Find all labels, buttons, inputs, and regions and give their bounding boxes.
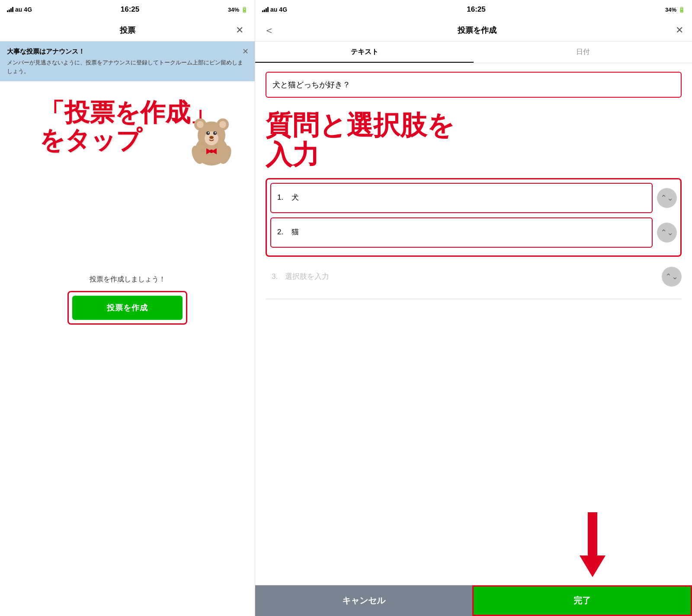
sort-icon-3: ⌃⌄: [665, 272, 678, 281]
option-3-input[interactable]: 3. 選択肢を入力: [266, 263, 657, 290]
create-vote-label: 投票を作成しましょう！: [90, 275, 166, 284]
network-label: 4G: [24, 6, 32, 13]
left-header: 投票 ✕: [0, 19, 255, 41]
option-row-2: 2. 猫 ⌃⌄: [270, 217, 677, 248]
option-2-input[interactable]: 2. 猫: [270, 217, 653, 248]
option-row-1: 1. 犬 ⌃⌄: [270, 183, 677, 213]
tab-text[interactable]: テキスト: [255, 41, 474, 63]
bear-svg: [186, 116, 237, 168]
svg-point-9: [208, 132, 209, 134]
question-section: 犬と猫どっちが好き？: [255, 63, 692, 102]
back-icon[interactable]: ＜: [264, 23, 274, 37]
tabs-row: テキスト 日付: [255, 41, 692, 63]
option-1-sort-button[interactable]: ⌃⌄: [657, 188, 677, 208]
sort-icon-2: ⌃⌄: [660, 228, 673, 237]
left-status-bar: au 4G 16:25 34% 🔋: [0, 0, 255, 19]
create-vote-section: 投票を作成しましょう！ 投票を作成: [67, 275, 187, 325]
option-1-input[interactable]: 1. 犬: [270, 183, 653, 213]
right-panel: au 4G 16:25 34% 🔋 ＜ 投票を作成 ✕ テキスト 日付 犬と猫ど…: [255, 0, 692, 616]
left-status-left: au 4G: [7, 6, 32, 13]
right-status-bar: au 4G 16:25 34% 🔋: [255, 0, 692, 19]
right-battery-percent: 34%: [665, 6, 676, 13]
right-close-icon[interactable]: ✕: [676, 25, 683, 36]
right-overlay-text: 質問と選択肢を 入力: [255, 102, 692, 174]
announcement-close-icon[interactable]: ✕: [242, 47, 249, 56]
create-vote-red-box: 投票を作成: [67, 291, 187, 325]
left-time: 16:25: [121, 5, 139, 14]
left-header-title: 投票: [120, 25, 135, 35]
right-time: 16:25: [467, 5, 485, 14]
right-header-title: 投票を作成: [279, 25, 676, 35]
option-row-3: 3. 選択肢を入力 ⌃⌄: [266, 263, 682, 290]
cancel-button[interactable]: キャンセル: [255, 585, 472, 616]
bottom-buttons: キャンセル 完了: [255, 585, 692, 616]
svg-point-14: [210, 150, 213, 153]
create-vote-button[interactable]: 投票を作成: [72, 296, 183, 320]
bear-mascot: [186, 116, 237, 168]
options-section: 1. 犬 ⌃⌄ 2. 猫 ⌃⌄: [255, 174, 692, 299]
divider: [266, 299, 682, 299]
red-arrow: [580, 512, 606, 577]
done-button[interactable]: 完了: [472, 585, 692, 616]
svg-point-11: [209, 136, 214, 139]
announcement-banner: 大事な投票はアナウンス！ メンバーが見逃さないように、投票をアナウンスに登録して…: [0, 41, 255, 81]
right-network-label: 4G: [279, 6, 287, 13]
option-2-sort-button[interactable]: ⌃⌄: [657, 223, 677, 243]
right-carrier-label: au: [270, 6, 277, 13]
battery-icon-left: 🔋: [241, 6, 248, 13]
battery-percent-left: 34%: [228, 6, 239, 13]
right-status-left: au 4G: [262, 6, 287, 13]
left-main-content: 「投票を作成」 をタップ: [0, 81, 255, 616]
sort-icon-1: ⌃⌄: [660, 193, 673, 203]
svg-point-5: [219, 121, 226, 128]
svg-point-4: [197, 121, 204, 128]
question-input[interactable]: 犬と猫どっちが好き？: [266, 72, 682, 98]
left-status-right: 34% 🔋: [228, 6, 248, 13]
tab-date[interactable]: 日付: [474, 41, 692, 63]
carrier-label: au: [15, 6, 22, 13]
right-status-right: 34% 🔋: [665, 6, 685, 13]
signal-icon: [7, 7, 13, 12]
options-red-box: 1. 犬 ⌃⌄ 2. 猫 ⌃⌄: [266, 178, 682, 257]
announcement-title: 大事な投票はアナウンス！: [7, 48, 248, 56]
left-close-icon[interactable]: ✕: [233, 25, 246, 36]
option-3-sort-button[interactable]: ⌃⌄: [662, 267, 682, 287]
left-panel: au 4G 16:25 34% 🔋 投票 ✕ 大事な投票はアナウンス！ メンバー…: [0, 0, 255, 616]
right-signal-icon: [262, 7, 269, 12]
right-battery-icon: 🔋: [678, 6, 685, 13]
announcement-body: メンバーが見逃さないように、投票をアナウンスに登録してトークルーム上部にピン留め…: [7, 58, 248, 75]
svg-point-10: [215, 132, 216, 134]
arrow-body: [588, 512, 597, 555]
right-header: ＜ 投票を作成 ✕: [255, 19, 692, 41]
arrow-head: [580, 555, 606, 577]
